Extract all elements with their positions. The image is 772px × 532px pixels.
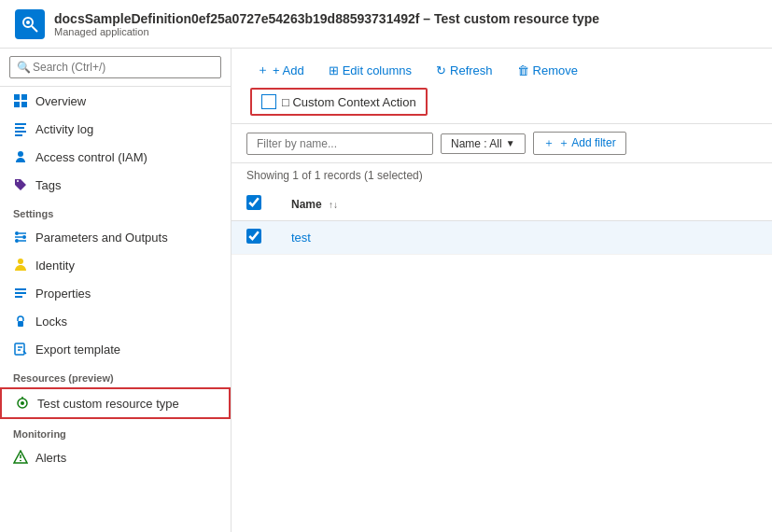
refresh-icon: ↻ — [436, 63, 446, 77]
edit-columns-button[interactable]: ⊞ Edit columns — [318, 58, 422, 83]
sidebar-item-activity-log[interactable]: Activity log — [0, 115, 231, 143]
status-bar: Showing 1 of 1 records (1 selected) — [232, 163, 772, 188]
svg-rect-4 — [21, 94, 27, 100]
svg-point-12 — [15, 231, 19, 235]
table-row[interactable]: test — [232, 221, 772, 255]
sidebar-item-parameters-label: Parameters and Outputs — [35, 231, 168, 245]
sidebar-item-tags-label: Tags — [35, 178, 61, 192]
sidebar-item-locks-label: Locks — [35, 315, 67, 329]
sidebar-item-overview[interactable]: Overview — [0, 87, 231, 115]
custom-context-action-button[interactable]: □ Custom Context Action — [250, 88, 428, 116]
main-layout: 🔍 Overview Activity log Access control (… — [0, 49, 772, 532]
name-column-header[interactable]: Name ↑↓ — [276, 188, 772, 221]
svg-rect-22 — [18, 321, 23, 327]
svg-rect-9 — [15, 131, 26, 133]
export-template-icon — [13, 342, 28, 357]
svg-rect-20 — [15, 292, 26, 294]
sidebar-item-properties[interactable]: Properties — [0, 279, 231, 307]
add-filter-button[interactable]: ＋ ＋ Add filter — [533, 132, 626, 155]
svg-point-29 — [20, 460, 21, 462]
table-body: test — [232, 221, 772, 255]
page-title: docsSampleDefinition0ef25a0727e54263b19d… — [54, 11, 599, 26]
page-header: docsSampleDefinition0ef25a0727e54263b19d… — [0, 0, 772, 49]
svg-rect-19 — [15, 288, 26, 290]
search-icon: 🔍 — [17, 61, 31, 74]
access-control-icon — [13, 149, 28, 164]
filter-bar: Name : All ▼ ＋ ＋ Add filter — [232, 124, 772, 163]
row-checkbox[interactable] — [246, 229, 261, 244]
search-wrap: 🔍 — [9, 56, 221, 78]
sidebar-item-identity[interactable]: Identity — [0, 251, 231, 279]
table-container: Name ↑↓ test — [232, 188, 772, 532]
alerts-icon — [13, 450, 28, 465]
svg-point-16 — [15, 239, 19, 243]
tags-icon — [13, 177, 28, 192]
select-all-checkbox[interactable] — [246, 195, 261, 210]
remove-button[interactable]: 🗑 Remove — [507, 58, 588, 83]
add-filter-label: ＋ Add filter — [558, 135, 616, 151]
app-icon — [15, 9, 45, 39]
svg-line-1 — [32, 26, 37, 32]
custom-context-label: □ Custom Context Action — [282, 95, 416, 109]
activity-log-icon — [13, 121, 28, 136]
add-filter-icon: ＋ — [543, 135, 554, 151]
add-button[interactable]: ＋ + Add — [246, 56, 315, 84]
header-text-block: docsSampleDefinition0ef25a0727e54263b19d… — [54, 11, 599, 37]
sidebar-item-access-control-label: Access control (IAM) — [35, 150, 147, 164]
identity-icon — [13, 258, 28, 273]
search-input[interactable] — [9, 56, 221, 78]
add-icon: ＋ — [257, 62, 269, 78]
parameters-icon — [13, 230, 28, 245]
svg-point-27 — [21, 401, 24, 405]
svg-rect-7 — [15, 123, 26, 125]
sidebar-item-access-control[interactable]: Access control (IAM) — [0, 143, 231, 171]
name-filter-tag[interactable]: Name : All ▼ — [441, 133, 526, 154]
sort-icon: ↑↓ — [329, 200, 338, 210]
edit-columns-label: Edit columns — [343, 63, 412, 77]
refresh-button[interactable]: ↻ Refresh — [426, 58, 503, 83]
sidebar: 🔍 Overview Activity log Access control (… — [0, 49, 232, 532]
sidebar-item-export-template-label: Export template — [35, 343, 120, 357]
toolbar: ＋ + Add ⊞ Edit columns ↻ Refresh 🗑 Remov… — [232, 49, 772, 124]
name-header-label: Name — [291, 198, 322, 211]
sidebar-item-properties-label: Properties — [35, 287, 91, 301]
resources-table: Name ↑↓ test — [232, 188, 772, 255]
overview-icon — [13, 93, 28, 108]
edit-columns-icon: ⊞ — [329, 63, 339, 77]
settings-section-label: Settings — [0, 199, 231, 223]
sidebar-item-alerts[interactable]: Alerts — [0, 443, 231, 471]
svg-rect-21 — [15, 296, 22, 298]
svg-rect-5 — [14, 102, 20, 107]
sidebar-item-export-template[interactable]: Export template — [0, 335, 231, 363]
sidebar-item-test-custom-resource[interactable]: Test custom resource type — [0, 387, 231, 419]
svg-point-18 — [18, 259, 23, 264]
monitoring-section-label: Monitoring — [0, 419, 231, 443]
svg-rect-8 — [15, 127, 24, 129]
sidebar-item-activity-log-label: Activity log — [35, 122, 93, 136]
sidebar-item-test-custom-resource-label: Test custom resource type — [37, 397, 179, 411]
filter-by-name-input[interactable] — [246, 133, 433, 155]
sidebar-item-tags[interactable]: Tags — [0, 171, 231, 199]
table-header: Name ↑↓ — [232, 188, 772, 221]
name-filter-tag-label: Name : All — [451, 137, 502, 150]
sidebar-item-locks[interactable]: Locks — [0, 307, 231, 335]
locks-icon — [13, 314, 28, 329]
svg-rect-23 — [15, 343, 24, 355]
svg-rect-10 — [15, 134, 22, 136]
svg-rect-6 — [21, 102, 27, 107]
remove-label: Remove — [533, 63, 578, 77]
status-text: Showing 1 of 1 records (1 selected) — [246, 169, 423, 182]
svg-rect-3 — [14, 94, 20, 100]
resources-section-label: Resources (preview) — [0, 363, 231, 387]
custom-context-icon — [261, 94, 276, 109]
name-filter-chevron-icon: ▼ — [506, 138, 515, 148]
svg-point-11 — [18, 151, 23, 157]
row-name-link[interactable]: test — [291, 231, 311, 245]
row-name-cell: test — [276, 221, 772, 255]
select-all-header — [232, 188, 276, 221]
sidebar-item-parameters[interactable]: Parameters and Outputs — [0, 223, 231, 251]
sidebar-item-overview-label: Overview — [35, 94, 86, 108]
custom-resource-icon — [15, 396, 30, 411]
remove-icon: 🗑 — [517, 63, 529, 77]
main-content: ＋ + Add ⊞ Edit columns ↻ Refresh 🗑 Remov… — [232, 49, 772, 532]
